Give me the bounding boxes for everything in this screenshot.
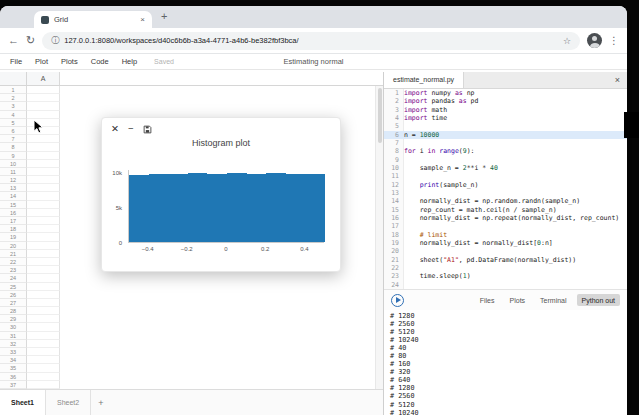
cell-A13[interactable] <box>27 184 60 192</box>
row-header-21[interactable]: 21 <box>0 250 27 258</box>
code-line-12[interactable]: 12 print(sample_n) <box>384 181 627 189</box>
cell-A15[interactable] <box>27 201 60 209</box>
code-line-1[interactable]: 1import numpy as np <box>384 89 627 97</box>
code-line-22[interactable]: 22 <box>384 264 627 272</box>
row-header-26[interactable]: 26 <box>0 291 27 299</box>
page-info-icon[interactable]: ⓘ <box>51 35 59 46</box>
row-header-28[interactable]: 28 <box>0 307 27 315</box>
cell-A2[interactable] <box>27 94 60 102</box>
code-line-18[interactable]: 18 # limit <box>384 231 627 239</box>
reload-icon[interactable]: ↻ <box>26 35 35 46</box>
row-header-19[interactable]: 19 <box>0 233 27 241</box>
row-header-23[interactable]: 23 <box>0 266 27 274</box>
cell-A14[interactable] <box>27 192 60 200</box>
browser-tab[interactable]: Grid × <box>34 11 152 28</box>
code-line-7[interactable]: 7 <box>384 139 627 147</box>
row-header-36[interactable]: 36 <box>0 373 27 381</box>
cell-A12[interactable] <box>27 176 60 184</box>
code-line-16[interactable]: 16 normally_dist = np.repeat(normally_di… <box>384 214 627 222</box>
row-header-20[interactable]: 20 <box>0 242 27 250</box>
code-line-10[interactable]: 10 sample_n = 2**i * 40 <box>384 164 627 172</box>
code-editor[interactable]: 1import numpy as np2import pandas as pd3… <box>384 89 627 289</box>
cell-A1[interactable] <box>27 86 60 94</box>
code-line-19[interactable]: 19 normally_dist = normally_dist[0:n] <box>384 239 627 247</box>
cell-A37[interactable] <box>27 381 60 389</box>
row-header-10[interactable]: 10 <box>0 160 27 168</box>
row-header-32[interactable]: 32 <box>0 340 27 348</box>
cell-A32[interactable] <box>27 340 60 348</box>
code-line-17[interactable]: 17 <box>384 222 627 230</box>
row-header-18[interactable]: 18 <box>0 225 27 233</box>
editor-file-tab[interactable]: estimate_normal.py <box>384 72 464 88</box>
cell-A25[interactable] <box>27 283 60 291</box>
row-header-2[interactable]: 2 <box>0 94 27 102</box>
row-header-27[interactable]: 27 <box>0 299 27 307</box>
cell-A33[interactable] <box>27 348 60 356</box>
row-header-30[interactable]: 30 <box>0 323 27 331</box>
code-line-4[interactable]: 4import time <box>384 114 627 122</box>
cell-A26[interactable] <box>27 291 60 299</box>
sheet-tab-sheet1[interactable]: Sheet1 <box>0 390 46 415</box>
cell-A35[interactable] <box>27 364 60 372</box>
cell-A9[interactable] <box>27 152 60 160</box>
row-header-37[interactable]: 37 <box>0 381 27 389</box>
column-header-A[interactable]: A <box>27 72 60 85</box>
row-header-3[interactable]: 3 <box>0 102 27 110</box>
profile-avatar[interactable] <box>587 33 602 48</box>
sheet-tab-sheet2[interactable]: Sheet2 <box>46 390 91 415</box>
cell-A7[interactable] <box>27 135 60 143</box>
cell-A17[interactable] <box>27 217 60 225</box>
row-header-34[interactable]: 34 <box>0 356 27 364</box>
cell-A16[interactable] <box>27 209 60 217</box>
row-header-12[interactable]: 12 <box>0 176 27 184</box>
cell-A8[interactable] <box>27 143 60 151</box>
select-all-corner[interactable] <box>0 72 27 85</box>
code-line-5[interactable]: 5 <box>384 122 627 130</box>
code-line-6[interactable]: 6n = 10000 <box>384 131 627 139</box>
row-header-6[interactable]: 6 <box>0 127 27 135</box>
menu-item-file[interactable]: File <box>10 57 22 66</box>
row-header-25[interactable]: 25 <box>0 283 27 291</box>
cell-A29[interactable] <box>27 315 60 323</box>
menu-item-plot[interactable]: Plot <box>35 57 48 66</box>
output-tab-python-out[interactable]: Python out <box>577 294 620 306</box>
cell-A4[interactable] <box>27 111 60 119</box>
row-header-17[interactable]: 17 <box>0 217 27 225</box>
browser-menu-icon[interactable]: ⋮ <box>609 35 619 46</box>
cell-A20[interactable] <box>27 242 60 250</box>
row-header-11[interactable]: 11 <box>0 168 27 176</box>
code-line-2[interactable]: 2import pandas as pd <box>384 97 627 105</box>
row-header-9[interactable]: 9 <box>0 152 27 160</box>
code-line-15[interactable]: 15 rep_count = math.ceil(n / sample_n) <box>384 206 627 214</box>
row-header-14[interactable]: 14 <box>0 192 27 200</box>
row-header-15[interactable]: 15 <box>0 201 27 209</box>
add-sheet-icon[interactable]: + <box>98 398 103 408</box>
row-header-31[interactable]: 31 <box>0 332 27 340</box>
output-tab-files[interactable]: Files <box>475 294 500 306</box>
cell-A19[interactable] <box>27 233 60 241</box>
cell-A22[interactable] <box>27 258 60 266</box>
tab-close-icon[interactable]: × <box>140 16 145 24</box>
cell-A24[interactable] <box>27 274 60 282</box>
editor-close-icon[interactable]: × <box>608 72 627 88</box>
cell-A23[interactable] <box>27 266 60 274</box>
cell-A3[interactable] <box>27 102 60 110</box>
cell-A31[interactable] <box>27 332 60 340</box>
code-line-9[interactable]: 9 <box>384 156 627 164</box>
menu-item-plots[interactable]: Plots <box>61 57 78 66</box>
row-header-24[interactable]: 24 <box>0 274 27 282</box>
cell-A30[interactable] <box>27 323 60 331</box>
cell-A18[interactable] <box>27 225 60 233</box>
cell-A11[interactable] <box>27 168 60 176</box>
output-tab-terminal[interactable]: Terminal <box>535 294 571 306</box>
code-line-24[interactable]: 24 <box>384 281 627 289</box>
plot-window[interactable]: ✕ − Histogram plot 05k10k−0.4−0.200.20.4 <box>101 117 341 272</box>
code-line-23[interactable]: 23 time.sleep(1) <box>384 272 627 280</box>
cell-A34[interactable] <box>27 356 60 364</box>
cell-A21[interactable] <box>27 250 60 258</box>
row-header-22[interactable]: 22 <box>0 258 27 266</box>
code-line-21[interactable]: 21 sheet("A1", pd.DataFrame(normally_dis… <box>384 256 627 264</box>
row-header-13[interactable]: 13 <box>0 184 27 192</box>
row-header-4[interactable]: 4 <box>0 111 27 119</box>
row-header-35[interactable]: 35 <box>0 364 27 372</box>
